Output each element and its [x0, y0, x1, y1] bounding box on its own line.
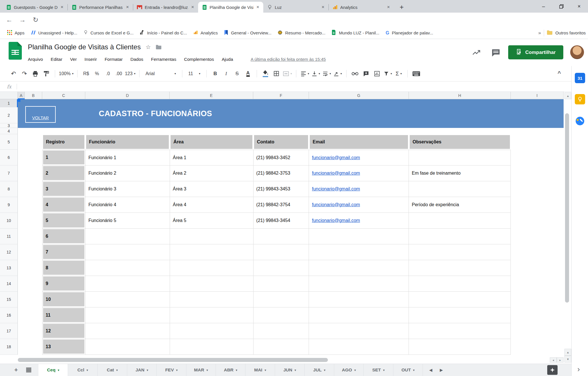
email-cell[interactable] — [309, 339, 409, 355]
contato-cell[interactable]: (21) 98842-3753 — [254, 165, 309, 181]
corner-cell[interactable] — [0, 92, 18, 99]
tab-close-icon[interactable]: × — [386, 4, 390, 10]
obs-cell[interactable] — [409, 292, 511, 307]
explore-button[interactable] — [547, 365, 558, 375]
funcionario-cell[interactable] — [86, 307, 170, 323]
row-header-12[interactable]: 12 — [0, 244, 18, 260]
row-header-1[interactable]: 1 — [0, 99, 18, 107]
email-cell[interactable] — [309, 244, 409, 260]
obs-cell[interactable] — [409, 276, 511, 292]
column-header-F[interactable]: F — [253, 92, 309, 99]
fill-color-button[interactable] — [261, 68, 270, 79]
text-color-button[interactable]: A — [243, 68, 253, 79]
row-header-5[interactable]: 5 — [0, 134, 18, 150]
email-link[interactable]: funcionario@gmail.com — [312, 186, 360, 192]
browser-tab-luz[interactable]: Luz × — [263, 2, 328, 13]
share-button[interactable]: Compartilhar — [508, 45, 563, 59]
print-icon[interactable] — [30, 68, 40, 79]
row-header-7[interactable]: 7 — [0, 165, 18, 181]
email-link[interactable]: funcionario@gmail.com — [312, 218, 360, 223]
sheet-tab-jun[interactable]: JUN▾ — [275, 364, 305, 376]
window-close-button[interactable]: × — [570, 0, 588, 13]
menu-editar[interactable]: Editar — [51, 57, 63, 62]
scroll-left-button[interactable]: ◂ — [550, 357, 557, 363]
input-tools-icon[interactable] — [411, 68, 421, 79]
italic-button[interactable]: I — [221, 68, 231, 79]
browser-tab-analytics[interactable]: Analytics × — [329, 2, 394, 13]
tab-close-icon[interactable]: × — [256, 4, 260, 10]
row-header-8[interactable]: 8 — [0, 181, 18, 197]
browser-tab-gmail[interactable]: Entrada - leandro@luz.vc - E × — [133, 2, 198, 13]
sheet-tab-ccl[interactable]: Ccl▾ — [68, 364, 98, 376]
registro-cell[interactable]: 1 — [42, 150, 86, 165]
funcionario-cell[interactable] — [86, 276, 170, 292]
add-sheet-icon[interactable]: + — [10, 364, 22, 376]
registro-cell[interactable]: 8 — [42, 260, 86, 276]
funcionario-cell[interactable] — [86, 229, 170, 244]
area-cell[interactable] — [170, 276, 254, 292]
area-cell[interactable] — [170, 229, 254, 244]
email-cell[interactable] — [309, 307, 409, 323]
email-cell[interactable] — [309, 260, 409, 276]
format-currency-button[interactable]: R$ — [81, 68, 91, 79]
funcionario-cell[interactable] — [86, 339, 170, 355]
contato-cell[interactable] — [254, 292, 309, 307]
insert-chart-icon[interactable] — [372, 68, 382, 79]
email-cell[interactable]: funcionario@gmail.com — [309, 213, 409, 229]
borders-button[interactable] — [272, 68, 281, 79]
area-cell[interactable]: Área 2 — [170, 165, 254, 181]
row-header-13[interactable]: 13 — [0, 260, 18, 276]
filter-icon[interactable]: ▾ — [383, 68, 393, 79]
registro-cell[interactable]: 4 — [42, 197, 86, 213]
column-header-B[interactable]: B — [25, 92, 42, 99]
registro-cell[interactable]: 5 — [42, 213, 86, 229]
row-header-3[interactable]: 3 — [0, 123, 18, 128]
obs-cell[interactable] — [409, 307, 511, 323]
obs-cell[interactable] — [409, 150, 511, 165]
obs-cell[interactable] — [409, 339, 511, 355]
email-link[interactable]: funcionario@gmail.com — [312, 171, 360, 176]
obs-cell[interactable] — [409, 244, 511, 260]
contato-cell[interactable] — [254, 323, 309, 339]
font-size-select[interactable]: 11▾ — [186, 68, 203, 79]
last-edit-link[interactable]: A última edição foi feita ontem às 15:45 — [251, 57, 326, 62]
document-title[interactable]: Planilha Google de Visitas à Clientes — [28, 43, 141, 51]
registro-cell[interactable]: 12 — [42, 323, 86, 339]
registro-cell[interactable]: 3 — [42, 181, 86, 197]
trending-icon[interactable] — [472, 49, 481, 57]
sheet-tab-cat[interactable]: Cat▾ — [98, 364, 127, 376]
tab-close-icon[interactable]: × — [125, 4, 129, 10]
menu-inserir[interactable]: Inserir — [84, 57, 97, 62]
collapse-toolbar-icon[interactable]: ^ — [558, 70, 561, 77]
column-header-I[interactable]: I — [511, 92, 564, 99]
voltar-button[interactable]: VOLTAR — [25, 106, 56, 123]
increase-decimals-button[interactable]: .00 — [114, 68, 124, 79]
redo-icon[interactable]: ↷ — [20, 68, 29, 79]
email-cell[interactable] — [309, 229, 409, 244]
horizontal-align-button[interactable]: ▾ — [300, 68, 310, 79]
back-icon[interactable]: ← — [4, 15, 14, 25]
email-cell[interactable] — [309, 323, 409, 339]
column-header-E[interactable]: E — [170, 92, 253, 99]
header-cell[interactable]: Funcionário — [85, 134, 170, 150]
row-header-2[interactable]: 2 — [0, 107, 18, 123]
area-cell[interactable] — [170, 244, 254, 260]
row-header-11[interactable]: 11 — [0, 229, 18, 244]
row-header-6[interactable]: 6 — [0, 150, 18, 165]
horizontal-scrollbar[interactable] — [18, 358, 328, 362]
area-cell[interactable]: Área 1 — [170, 150, 254, 165]
browser-tab-active-planilha[interactable]: Planilha Google de Visitas à × — [198, 2, 263, 13]
funcionario-cell[interactable] — [86, 292, 170, 307]
column-header-D[interactable]: D — [85, 92, 170, 99]
registro-cell[interactable]: 13 — [42, 339, 86, 355]
funcionario-cell[interactable]: Funcionário 1 — [86, 150, 170, 165]
area-cell[interactable]: Área 3 — [170, 181, 254, 197]
registro-cell[interactable]: 7 — [42, 244, 86, 260]
bold-button[interactable]: B — [210, 68, 220, 79]
bookmark-inicio[interactable]: Início - Painel do C... — [137, 29, 190, 37]
email-cell[interactable]: funcionario@gmail.com — [309, 181, 409, 197]
reload-icon[interactable]: ↻ — [30, 15, 41, 25]
sheet-tab-ceq[interactable]: Ceq▾ — [38, 364, 68, 376]
bookmark-resumo[interactable]: Resumo - Mercado... — [274, 29, 328, 37]
contato-cell[interactable] — [254, 244, 309, 260]
